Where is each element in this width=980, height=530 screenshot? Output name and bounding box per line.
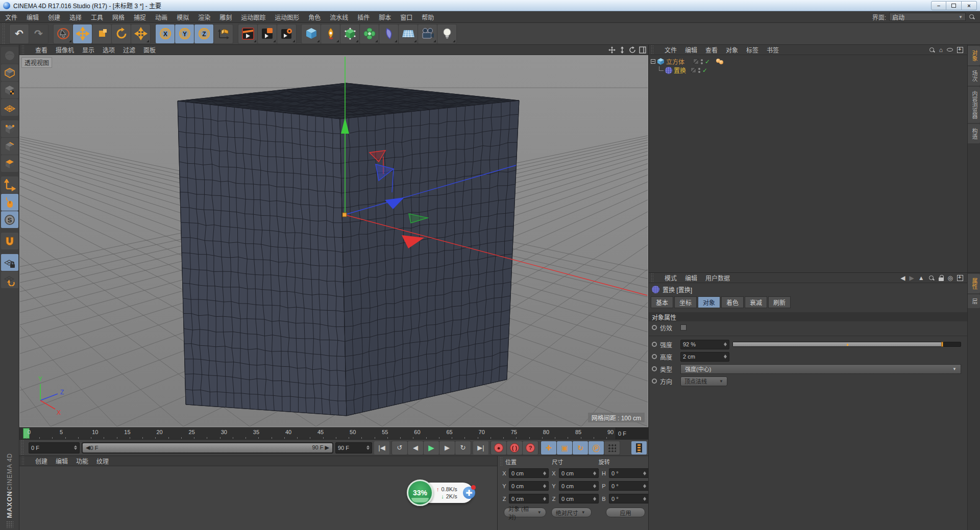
tweak-mode-button[interactable] (1, 194, 18, 211)
play-backward-button[interactable]: ↺ (392, 441, 407, 455)
tab-falloff[interactable]: 衰减 (745, 296, 767, 308)
history-back-icon[interactable]: ◀ (900, 275, 905, 281)
tab-objects[interactable]: 对象 (968, 46, 980, 65)
panel-grip[interactable] (6, 521, 13, 528)
om-menu-view[interactable]: 查看 (705, 45, 718, 54)
om-menu-object[interactable]: 对象 (726, 45, 738, 54)
am-grip[interactable] (651, 273, 654, 283)
tab-structure[interactable]: 构造 (968, 124, 980, 143)
collapse-icon[interactable] (651, 59, 655, 64)
am-menu-edit[interactable]: 编辑 (685, 273, 697, 282)
record-rotation-button[interactable]: ↻ (573, 441, 588, 455)
lock-icon[interactable] (939, 275, 944, 281)
menu-select[interactable]: 选择 (69, 13, 82, 21)
magnet-snap-button[interactable] (1, 233, 18, 249)
am-add-panel-icon[interactable] (957, 275, 963, 281)
anim-ring-icon[interactable] (652, 378, 657, 384)
search-icon[interactable] (969, 14, 975, 20)
menu-render[interactable]: 渲染 (198, 13, 210, 21)
layer-toggle-icon[interactable] (691, 67, 696, 73)
add-camera-button[interactable] (418, 24, 437, 43)
material-menu-create[interactable]: 创建 (35, 457, 47, 465)
menu-edit[interactable]: 编辑 (27, 13, 39, 21)
spinner-icon[interactable] (643, 497, 646, 501)
menu-mesh[interactable]: 网格 (112, 13, 125, 21)
play-forward-button[interactable]: ↻ (455, 441, 471, 455)
am-search-icon[interactable] (928, 275, 935, 281)
size-z-field[interactable]: 0 cm (559, 494, 599, 503)
strength-slider[interactable] (732, 342, 961, 347)
om-menu-tag[interactable]: 标签 (746, 45, 758, 54)
pos-y-field[interactable]: 0 cm (509, 481, 549, 491)
object-name[interactable]: 立方体 (666, 57, 684, 66)
points-mode-button[interactable] (1, 120, 18, 137)
material-menu-function[interactable]: 功能 (76, 457, 88, 465)
spinner-icon[interactable] (543, 497, 546, 501)
sculpt-mode-button[interactable] (1, 47, 18, 64)
menu-animate[interactable]: 动画 (155, 13, 167, 21)
rotate-view-icon[interactable] (629, 46, 636, 54)
lock-z-axis-button[interactable]: Z (194, 24, 213, 43)
goto-start-button[interactable]: |◀ (374, 441, 389, 455)
tab-refresh[interactable]: 刷新 (768, 296, 791, 308)
rot-h-field[interactable]: 0 ° (609, 468, 649, 478)
polygons-mode-button[interactable] (1, 155, 18, 172)
object-axis-mode-button[interactable] (1, 176, 18, 193)
am-menu-userdata[interactable]: 用户数据 (705, 273, 730, 282)
spinner-icon[interactable] (364, 445, 370, 450)
tab-object[interactable]: 对象 (698, 296, 720, 308)
tab-content-browser[interactable]: 内容浏览器 (968, 87, 980, 123)
snap-button[interactable]: S (1, 211, 18, 228)
spinner-icon[interactable] (643, 471, 646, 475)
timeline-ruler[interactable]: 051015202530354045505560657075808590 (19, 427, 616, 439)
timeline-grip[interactable] (21, 440, 24, 456)
current-frame-field[interactable]: 0 F (29, 442, 80, 453)
object-row-displace[interactable]: 置换 ✓ (651, 66, 967, 74)
enabled-check-icon[interactable]: ✓ (705, 58, 710, 65)
parent-object-icon[interactable]: ▲ (918, 275, 924, 281)
record-parameter-button[interactable]: Ⓟ (589, 441, 604, 455)
menu-mograph[interactable]: 运动图形 (275, 13, 299, 21)
spinner-icon[interactable] (593, 484, 596, 488)
workplane-cycle-button[interactable] (1, 271, 18, 288)
download-progress-widget[interactable]: ↑0.8K/s ↓2K/s 33% ✚ (407, 478, 477, 507)
viewport-menu-options[interactable]: 选项 (103, 45, 115, 54)
record-pla-button[interactable] (604, 441, 620, 455)
add-mograph-button[interactable] (360, 24, 379, 43)
object-row-cube[interactable]: 立方体 ✓ (651, 57, 967, 66)
viewport-menu-panel[interactable]: 面板 (143, 45, 156, 54)
om-menu-bookmark[interactable]: 书签 (767, 45, 779, 54)
material-menu-texture[interactable]: 纹理 (96, 457, 109, 465)
last-tool-button[interactable] (131, 24, 150, 43)
add-spline-pen-button[interactable] (321, 24, 340, 43)
pan-view-icon[interactable] (608, 46, 616, 54)
spinner-icon[interactable] (724, 355, 727, 359)
add-light-button[interactable] (437, 24, 456, 43)
workplane-mode-button[interactable] (1, 99, 18, 116)
menu-sculpt[interactable]: 雕刻 (219, 13, 232, 21)
next-frame-button[interactable]: ▶ (439, 441, 455, 455)
enabled-check-icon[interactable]: ✓ (702, 67, 707, 74)
history-forward-icon[interactable]: ▶ (909, 275, 914, 281)
tab-layers[interactable]: 层 (968, 294, 980, 308)
viewport-grip[interactable] (21, 45, 25, 55)
viewport-menu-filter[interactable]: 过滤 (123, 45, 135, 54)
perspective-viewport[interactable]: YZX 透视视图 网格间距 : 100 cm (19, 55, 648, 427)
render-picture-viewer-button[interactable] (258, 24, 277, 43)
toggle-views-icon[interactable] (639, 46, 646, 54)
menu-file[interactable]: 文件 (5, 13, 17, 21)
visibility-dots-icon[interactable] (698, 68, 700, 73)
coord-grip[interactable] (500, 457, 503, 466)
end-frame-field[interactable]: 90 F (335, 442, 372, 453)
interface-dropdown[interactable]: 启动 ▼ (889, 13, 966, 21)
menu-help[interactable]: 帮助 (422, 13, 434, 21)
tab-basic[interactable]: 基本 (651, 296, 673, 308)
anim-ring-icon[interactable] (652, 366, 657, 371)
add-primitive-cube-button[interactable] (302, 24, 321, 43)
om-eye-icon[interactable] (947, 48, 953, 52)
restore-button[interactable] (946, 1, 962, 10)
slider-handle[interactable] (941, 342, 943, 347)
record-position-button[interactable]: ✚ (541, 441, 556, 455)
anim-ring-icon[interactable] (652, 354, 657, 359)
visibility-dots-icon[interactable] (701, 59, 703, 64)
